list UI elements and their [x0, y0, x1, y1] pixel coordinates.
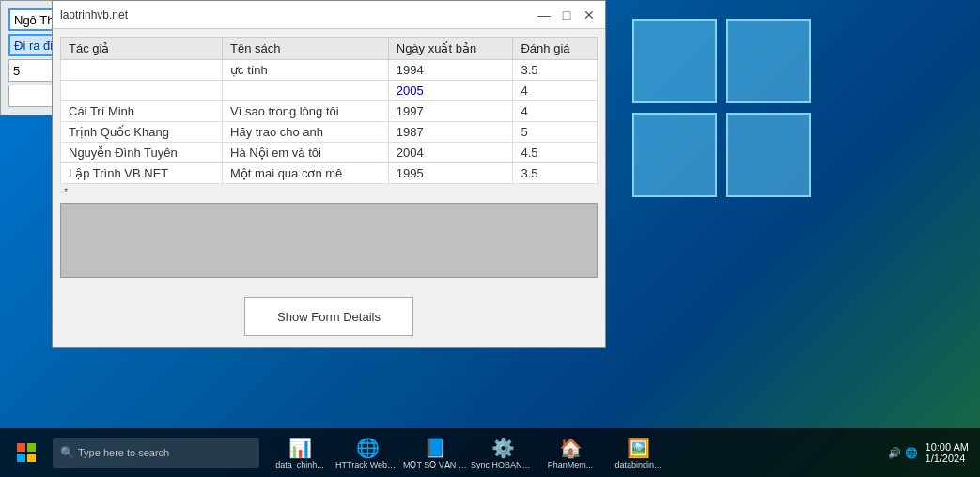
- taskbar-item-databinding[interactable]: 🖼️databindin...: [605, 430, 671, 475]
- show-form-details-button[interactable]: Show Form Details: [244, 297, 413, 336]
- cell-danhgia: 3.5: [513, 163, 598, 184]
- databinding-label: databindin...: [614, 461, 661, 470]
- cell-year: 1997: [388, 101, 513, 122]
- data-table: Tác giả Tên sách Ngày xuất bản Đánh giá …: [60, 37, 598, 184]
- table-row[interactable]: ực tính19943.5: [61, 60, 598, 81]
- win-pane-tl: [632, 19, 717, 103]
- close-button[interactable]: ✕: [581, 7, 598, 23]
- cell-danhgia: 5: [513, 122, 598, 143]
- search-icon: 🔍: [60, 446, 74, 459]
- cell-tensach: Vì sao trong lòng tôi: [223, 101, 389, 122]
- svg-rect-3: [27, 454, 36, 462]
- col-header-danhgia: Đánh giá: [513, 38, 598, 60]
- main-window: laptrinhvb.net — □ ✕ Tác giả Tên sách Ng…: [52, 0, 606, 348]
- desktop: laptrinhvb.net — □ ✕ Tác giả Tên sách Ng…: [0, 0, 980, 477]
- taskbar-item-httrack[interactable]: 🌐HTTrack Websi...: [334, 430, 400, 475]
- excel-label: data_chinh...: [275, 461, 324, 470]
- table-row[interactable]: 20054: [61, 81, 598, 101]
- word-label: MỘT SỐ VẤN ĐỀ VỀ THIẾ...: [403, 461, 467, 470]
- table-row[interactable]: Lập Trình VB.NETMột mai qua cơn mê19953.…: [61, 163, 598, 184]
- cell-danhgia: 4: [513, 101, 598, 122]
- cell-tensach: ực tính: [223, 60, 389, 81]
- win-pane-br: [726, 113, 811, 197]
- cell-tensach: Hãy trao cho anh: [223, 122, 389, 143]
- cell-tacgia: Cái Trí Minh: [61, 101, 223, 122]
- cell-tacgia: Trịnh Quốc Khang: [61, 122, 223, 143]
- excel-icon: 📊: [287, 435, 313, 461]
- gray-area: [60, 203, 598, 278]
- taskbar-item-excel[interactable]: 📊data_chinh...: [267, 430, 333, 475]
- databinding-icon: 🖼️: [625, 435, 651, 461]
- cell-year: 1995: [388, 163, 513, 184]
- cell-year: 1994: [388, 60, 513, 81]
- taskbar-search[interactable]: 🔍 Type here to search: [53, 438, 259, 468]
- search-placeholder: Type here to search: [78, 447, 169, 458]
- cell-tensach: Hà Nội em và tôi: [223, 143, 389, 163]
- table-row[interactable]: Trịnh Quốc KhangHãy trao cho anh19875: [61, 122, 598, 143]
- sync-icon: ⚙️: [490, 435, 516, 461]
- col-header-tacgia: Tác giả: [61, 38, 223, 60]
- svg-rect-0: [17, 443, 25, 452]
- window-title: laptrinhvb.net: [60, 8, 128, 22]
- maximize-button[interactable]: □: [558, 7, 575, 23]
- table-row[interactable]: Nguyễn Đình TuyênHà Nội em và tôi20044.5: [61, 143, 598, 163]
- window-body: Tác giả Tên sách Ngày xuất bản Đánh giá …: [53, 29, 605, 285]
- tray-icons: 🔊 🌐: [888, 447, 917, 459]
- table-header-row: Tác giả Tên sách Ngày xuất bản Đánh giá: [61, 38, 598, 60]
- win-pane-tr: [726, 19, 811, 103]
- start-button[interactable]: [4, 430, 49, 475]
- taskbar-tray: 🔊 🌐 10:00 AM1/1/2024: [880, 441, 976, 464]
- minimize-button[interactable]: —: [536, 7, 552, 23]
- cell-tacgia: [61, 60, 223, 81]
- cell-danhgia: 3.5: [513, 60, 598, 81]
- col-header-ngayxuatban: Ngày xuất bản: [388, 38, 513, 60]
- win-logo-area: [632, 19, 867, 282]
- cell-tensach: Một mai qua cơn mê: [223, 163, 389, 184]
- cell-tensach: [223, 81, 389, 101]
- cell-danhgia: 4: [513, 81, 598, 101]
- phanmem-label: PhanMem...: [548, 461, 594, 470]
- taskbar-item-phanmem[interactable]: 🏠PhanMem...: [537, 430, 603, 475]
- cell-tacgia: [61, 81, 223, 101]
- row-indicator: *: [60, 184, 598, 199]
- win-logo: [632, 19, 820, 207]
- word-icon: 📘: [422, 435, 448, 461]
- col-header-tensach: Tên sách: [223, 38, 389, 60]
- cell-year: 2005: [388, 81, 513, 101]
- cell-tacgia: Lập Trình VB.NET: [61, 163, 223, 184]
- clock: 10:00 AM1/1/2024: [926, 441, 969, 464]
- cell-year: 1987: [388, 122, 513, 143]
- cell-tacgia: Nguyễn Đình Tuyên: [61, 143, 223, 163]
- taskbar-items: 📊data_chinh...🌐HTTrack Websi...📘MỘT SỐ V…: [267, 430, 880, 475]
- table-row[interactable]: Cái Trí MinhVì sao trong lòng tôi19974: [61, 101, 598, 122]
- phanmem-icon: 🏠: [557, 435, 583, 461]
- svg-rect-2: [17, 454, 25, 462]
- sync-label: Sync HOBANDR...: [471, 461, 535, 470]
- cell-year: 2004: [388, 143, 513, 163]
- taskbar: 🔍 Type here to search 📊data_chinh...🌐HTT…: [0, 428, 980, 477]
- taskbar-item-word[interactable]: 📘MỘT SỐ VẤN ĐỀ VỀ THIẾ...: [402, 430, 468, 475]
- svg-rect-1: [27, 443, 36, 452]
- window-controls: — □ ✕: [536, 7, 598, 23]
- window-titlebar: laptrinhvb.net — □ ✕: [53, 1, 605, 29]
- httrack-label: HTTrack Websi...: [335, 461, 399, 470]
- win-pane-bl: [632, 113, 717, 197]
- taskbar-item-sync[interactable]: ⚙️Sync HOBANDR...: [470, 430, 536, 475]
- httrack-icon: 🌐: [354, 435, 381, 461]
- cell-danhgia: 4.5: [513, 143, 598, 163]
